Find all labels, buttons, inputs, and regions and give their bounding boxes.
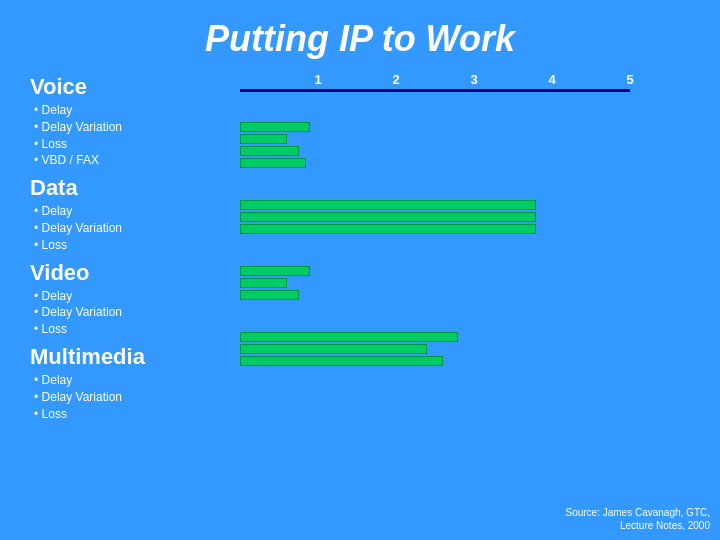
bar-row [240, 278, 287, 288]
bars-area [240, 98, 700, 374]
section-multimedia: Multimedia• Delay• Delay Variation• Loss [30, 344, 230, 422]
section-title-multimedia: Multimedia [30, 344, 230, 370]
bar-group-data [240, 176, 700, 236]
bullet-item: • Loss [34, 136, 230, 153]
section-video: Video• Delay• Delay Variation• Loss [30, 260, 230, 338]
bullet-item: • VBD / FAX [34, 152, 230, 169]
right-panel: 12345 [240, 70, 700, 428]
scale-label-1: 1 [314, 72, 321, 87]
section-voice: Voice• Delay• Delay Variation• Loss• VBD… [30, 74, 230, 169]
scale-label-5: 5 [626, 72, 633, 87]
bar-row [240, 146, 299, 156]
bar-group-voice [240, 98, 700, 170]
section-data: Data• Delay• Delay Variation• Loss [30, 175, 230, 253]
bar-row [240, 290, 299, 300]
bullet-item: • Loss [34, 321, 230, 338]
bullet-list-voice: • Delay• Delay Variation• Loss• VBD / FA… [34, 102, 230, 169]
bar-row [240, 122, 310, 132]
bar-row [240, 332, 458, 342]
scale-label-4: 4 [548, 72, 555, 87]
scale-header: 12345 [240, 70, 630, 92]
left-panel: Voice• Delay• Delay Variation• Loss• VBD… [30, 70, 230, 428]
bullet-list-video: • Delay• Delay Variation• Loss [34, 288, 230, 338]
bar-row [240, 158, 306, 168]
bullet-item: • Delay [34, 203, 230, 220]
bar-group-video [240, 242, 700, 302]
bar-row [240, 344, 427, 354]
bar-row [240, 224, 536, 234]
bar-row [240, 212, 536, 222]
bar-group-multimedia [240, 308, 700, 368]
bullet-item: • Delay Variation [34, 389, 230, 406]
bullet-item: • Delay [34, 288, 230, 305]
bullet-list-multimedia: • Delay• Delay Variation• Loss [34, 372, 230, 422]
source-note: Source: James Cavanagh, GTC, Lecture Not… [565, 506, 710, 532]
bullet-item: • Delay [34, 372, 230, 389]
page-title: Putting IP to Work [0, 0, 720, 70]
section-title-data: Data [30, 175, 230, 201]
bullet-list-data: • Delay• Delay Variation• Loss [34, 203, 230, 253]
bullet-item: • Delay Variation [34, 220, 230, 237]
section-title-video: Video [30, 260, 230, 286]
bar-row [240, 134, 287, 144]
scale-label-2: 2 [392, 72, 399, 87]
bar-row [240, 200, 536, 210]
section-title-voice: Voice [30, 74, 230, 100]
bullet-item: • Delay Variation [34, 304, 230, 321]
bullet-item: • Loss [34, 237, 230, 254]
bar-row [240, 266, 310, 276]
bullet-item: • Delay Variation [34, 119, 230, 136]
bullet-item: • Delay [34, 102, 230, 119]
bar-row [240, 356, 443, 366]
scale-label-3: 3 [470, 72, 477, 87]
bullet-item: • Loss [34, 406, 230, 423]
